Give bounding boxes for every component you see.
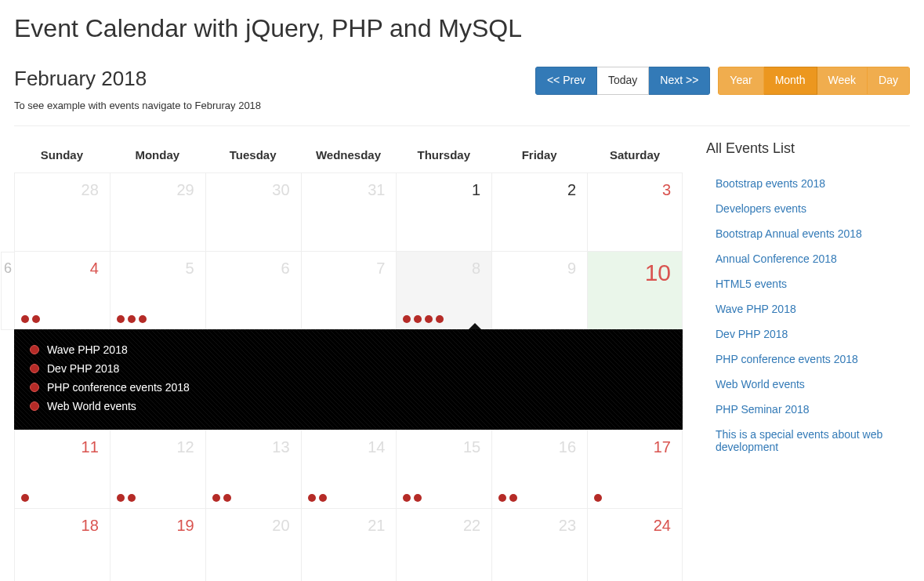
day-number: 20 — [272, 517, 289, 535]
day-number: 16 — [559, 438, 576, 456]
sidebar-event-item: Bootstrap events 2018 — [706, 171, 910, 196]
event-dot-icon — [30, 401, 39, 411]
day-number: 4 — [90, 260, 99, 278]
day-cell[interactable]: 14 — [301, 430, 397, 508]
day-cell[interactable]: 7 — [301, 251, 397, 329]
view-week-button[interactable]: Week — [817, 67, 868, 95]
sidebar-event-item: PHP Seminar 2018 — [706, 397, 910, 422]
day-number: 7 — [376, 260, 385, 278]
dow-header: Friday — [491, 140, 587, 172]
view-month-button[interactable]: Month — [764, 67, 817, 95]
sidebar-event-item: HTML5 events — [706, 271, 910, 296]
event-dot-icon — [403, 315, 411, 323]
sidebar-event-link[interactable]: PHP Seminar 2018 — [716, 403, 810, 416]
sidebar-event-link[interactable]: Web World events — [716, 378, 805, 390]
day-cell[interactable]: 15 — [396, 430, 491, 508]
event-dots[interactable] — [117, 315, 147, 323]
helper-text: To see example with events navigate to F… — [14, 100, 910, 111]
sidebar-event-link[interactable]: HTML5 events — [716, 278, 787, 290]
day-cell[interactable]: 21 — [301, 508, 397, 581]
event-dot-icon — [139, 315, 147, 323]
event-dot-icon — [594, 494, 602, 502]
expanded-event-item[interactable]: Dev PHP 2018 — [30, 359, 667, 378]
current-month: February 2018 — [14, 67, 147, 91]
dow-header: Wednesday — [301, 140, 397, 172]
dow-header: Saturday — [587, 140, 683, 172]
day-cell[interactable]: 29 — [110, 172, 205, 251]
next-button[interactable]: Next >> — [649, 67, 710, 95]
event-dot-icon — [21, 494, 29, 502]
event-dots[interactable] — [308, 494, 327, 502]
day-cell[interactable]: 10 — [587, 251, 683, 329]
sidebar-event-link[interactable]: Developers events — [716, 202, 806, 215]
event-dot-icon — [498, 494, 506, 502]
day-cell[interactable]: 11 — [14, 430, 110, 508]
day-cell[interactable]: 23 — [491, 508, 587, 581]
day-cell[interactable]: 28 — [14, 172, 110, 251]
day-cell[interactable]: 22 — [396, 508, 491, 581]
day-cell[interactable]: 20 — [205, 508, 301, 581]
sidebar-event-item: Web World events — [706, 372, 910, 397]
day-cell[interactable]: 12 — [110, 430, 205, 508]
day-number: 11 — [82, 438, 99, 456]
dow-header: Tuesday — [205, 140, 301, 172]
event-dots[interactable] — [403, 315, 444, 323]
event-dot-icon — [117, 315, 125, 323]
event-dots[interactable] — [403, 494, 422, 502]
event-dots[interactable] — [498, 494, 517, 502]
view-year-button[interactable]: Year — [718, 67, 763, 95]
sidebar-event-item: PHP conference events 2018 — [706, 347, 910, 372]
expanded-event-item[interactable]: PHP conference events 2018 — [30, 378, 667, 397]
day-number: 30 — [272, 181, 289, 199]
today-button[interactable]: Today — [597, 67, 649, 95]
day-cell[interactable]: 16 — [491, 430, 587, 508]
sidebar-title: All Events List — [706, 140, 910, 157]
day-cell[interactable]: 24 — [587, 508, 683, 581]
event-dot-icon — [425, 315, 433, 323]
prev-button[interactable]: << Prev — [535, 67, 597, 95]
event-dots[interactable] — [21, 494, 29, 502]
day-cell[interactable]: 31 — [301, 172, 397, 251]
sidebar-event-link[interactable]: Wave PHP 2018 — [716, 303, 796, 315]
sidebar-event-link[interactable]: This is a special events about web devel… — [716, 428, 882, 453]
expanded-event-item[interactable]: Web World events — [30, 397, 667, 416]
day-number: 6 — [281, 260, 289, 278]
day-cell[interactable]: 5 — [110, 251, 205, 329]
day-cell[interactable]: 64 — [14, 251, 110, 329]
day-cell[interactable]: 8 — [396, 251, 491, 329]
day-cell[interactable]: 30 — [205, 172, 301, 251]
event-dots[interactable] — [117, 494, 136, 502]
event-dot-icon — [128, 494, 136, 502]
sidebar-event-item: This is a special events about web devel… — [706, 422, 910, 459]
page-title: Event Calendar with jQuery, PHP and MySQ… — [14, 14, 910, 43]
sidebar-event-link[interactable]: Bootstrap events 2018 — [716, 177, 825, 190]
day-cell[interactable]: 3 — [587, 172, 683, 251]
event-dots[interactable] — [594, 494, 602, 502]
day-number: 12 — [176, 438, 194, 456]
sidebar-event-link[interactable]: Annual Conference 2018 — [716, 252, 837, 265]
day-cell[interactable]: 18 — [14, 508, 110, 581]
event-dot-icon — [30, 383, 39, 392]
day-cell[interactable]: 6 — [205, 251, 301, 329]
event-dots[interactable] — [212, 494, 231, 502]
day-number: 13 — [272, 438, 289, 456]
event-title: PHP conference events 2018 — [47, 381, 190, 394]
calendar-toolbar: << Prev Today Next >> Year Month Week Da… — [535, 67, 910, 95]
event-dots[interactable] — [21, 315, 40, 323]
day-cell[interactable]: 1 — [396, 172, 491, 251]
day-number: 2 — [567, 181, 576, 199]
sidebar-event-link[interactable]: Dev PHP 2018 — [716, 328, 788, 340]
event-title: Web World events — [47, 400, 136, 412]
day-cell[interactable]: 9 — [491, 251, 587, 329]
sidebar-event-link[interactable]: PHP conference events 2018 — [716, 353, 858, 365]
expanded-event-item[interactable]: Wave PHP 2018 — [30, 340, 667, 359]
view-day-button[interactable]: Day — [868, 67, 910, 95]
day-cell[interactable]: 2 — [491, 172, 587, 251]
day-cell[interactable]: 17 — [587, 430, 683, 508]
sidebar-event-item: Annual Conference 2018 — [706, 246, 910, 271]
day-cell[interactable]: 19 — [110, 508, 205, 581]
day-cell[interactable]: 13 — [205, 430, 301, 508]
day-number: 3 — [662, 181, 671, 199]
sidebar-event-link[interactable]: Bootstrap Annual events 2018 — [716, 227, 862, 240]
day-number: 28 — [82, 181, 99, 199]
